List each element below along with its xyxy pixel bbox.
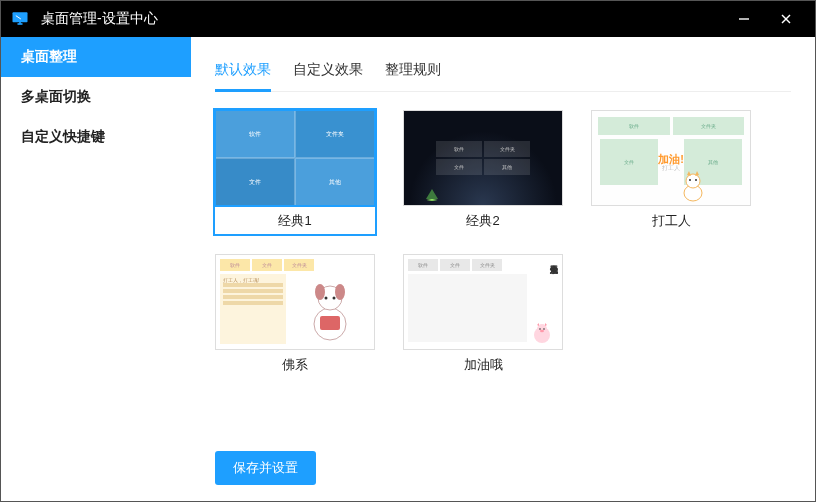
save-button[interactable]: 保存并设置 xyxy=(215,451,316,485)
svg-point-21 xyxy=(540,330,544,332)
minimize-button[interactable] xyxy=(723,1,765,37)
theme-card-classic2[interactable]: 软件 文件夹 文件 其他 经典2 xyxy=(403,110,563,234)
sidebar-item-label: 桌面整理 xyxy=(21,48,77,66)
sidebar-item-label: 多桌面切换 xyxy=(21,88,91,106)
theme-thumbnail: 软件文件夹 文件 加油!打工人 其他 xyxy=(591,110,751,206)
sidebar-item-hotkeys[interactable]: 自定义快捷键 xyxy=(1,117,191,157)
titlebar: 桌面管理-设置中心 xyxy=(1,1,815,37)
svg-rect-0 xyxy=(13,12,28,22)
window-controls xyxy=(723,1,807,37)
tab-custom-effect[interactable]: 自定义效果 xyxy=(293,55,363,91)
theme-label: 经典2 xyxy=(403,206,563,234)
theme-card-classic1[interactable]: 软件 文件夹 文件 其他 经典1 xyxy=(215,110,375,234)
tab-label: 整理规则 xyxy=(385,61,441,77)
cat-icon xyxy=(678,169,708,203)
dog-icon xyxy=(290,274,370,344)
theme-label: 打工人 xyxy=(591,206,751,234)
sidebar: 桌面整理 多桌面切换 自定义快捷键 xyxy=(1,37,191,501)
save-button-label: 保存并设置 xyxy=(233,460,298,475)
tab-label: 自定义效果 xyxy=(293,61,363,77)
tab-bar: 默认效果 自定义效果 整理规则 xyxy=(215,55,791,92)
theme-thumbnail: 软件文件文件夹 今天也要加油 xyxy=(403,254,563,350)
svg-point-19 xyxy=(539,328,541,330)
theme-label: 佛系 xyxy=(215,350,375,378)
theme-label: 加油哦 xyxy=(403,350,563,378)
sidebar-item-organize[interactable]: 桌面整理 xyxy=(1,37,191,77)
svg-point-9 xyxy=(695,179,697,181)
main-panel: 默认效果 自定义效果 整理规则 软件 文件夹 文件 其他 经典1 软件 文件夹 xyxy=(191,37,815,501)
svg-point-20 xyxy=(543,328,545,330)
tab-label: 默认效果 xyxy=(215,61,271,77)
svg-point-8 xyxy=(689,179,691,181)
theme-grid: 软件 文件夹 文件 其他 经典1 软件 文件夹 文件 其他 经 xyxy=(215,110,791,445)
svg-point-7 xyxy=(686,174,700,188)
tab-default-effect[interactable]: 默认效果 xyxy=(215,55,271,92)
tab-rules[interactable]: 整理规则 xyxy=(385,55,441,91)
pig-icon xyxy=(530,321,554,345)
sidebar-item-multidesktop[interactable]: 多桌面切换 xyxy=(1,77,191,117)
theme-card-foxi[interactable]: 软件文件文件夹 打工人，打工魂! 佛系 xyxy=(215,254,375,378)
svg-rect-2 xyxy=(19,22,21,25)
theme-card-worker[interactable]: 软件文件夹 文件 加油!打工人 其他 打工人 xyxy=(591,110,751,234)
close-button[interactable] xyxy=(765,1,807,37)
svg-point-13 xyxy=(315,284,325,300)
theme-thumbnail: 软件 文件夹 文件 其他 xyxy=(403,110,563,206)
svg-rect-11 xyxy=(320,316,340,330)
svg-point-16 xyxy=(333,297,336,300)
theme-thumbnail: 软件 文件夹 文件 其他 xyxy=(215,110,375,206)
window-title: 桌面管理-设置中心 xyxy=(41,10,723,28)
theme-thumbnail: 软件文件文件夹 打工人，打工魂! xyxy=(215,254,375,350)
theme-label: 经典1 xyxy=(215,206,375,234)
svg-point-15 xyxy=(325,297,328,300)
footer: 保存并设置 xyxy=(215,445,791,485)
app-icon xyxy=(9,8,31,30)
svg-point-14 xyxy=(335,284,345,300)
theme-card-jiayou[interactable]: 软件文件文件夹 今天也要加油 加油哦 xyxy=(403,254,563,378)
sidebar-item-label: 自定义快捷键 xyxy=(21,128,105,146)
